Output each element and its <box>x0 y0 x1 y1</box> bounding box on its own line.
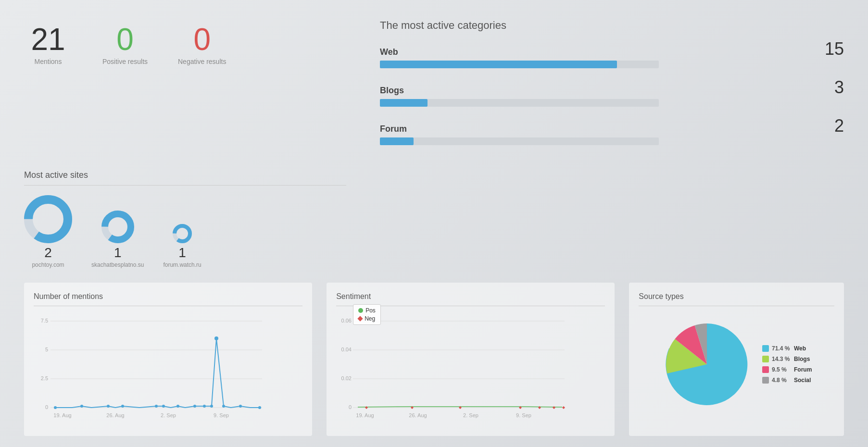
mentions-chart-divider <box>34 306 302 306</box>
bar-fill <box>380 99 428 107</box>
category-name: Forum <box>380 124 407 134</box>
category-row: Web 15 <box>380 40 844 68</box>
source-types-panel: Source types 71.4 % Web <box>629 283 844 436</box>
legend-color <box>762 356 769 362</box>
bar-fill <box>380 137 414 145</box>
svg-point-22 <box>203 405 206 408</box>
svg-point-24 <box>214 336 218 340</box>
sentiment-chart-area: 0.06 0.04 0.02 0 19. Aug <box>336 314 605 426</box>
svg-point-19 <box>162 405 165 408</box>
source-types-divider <box>639 306 834 306</box>
donut-svg <box>101 211 134 243</box>
source-types-title: Source types <box>639 292 834 301</box>
sentiment-pos-legend: Pos <box>358 307 376 314</box>
mentions-stat: 21 Mentions <box>24 24 72 156</box>
category-name: Blogs <box>380 86 404 96</box>
pos-label: Pos <box>365 307 376 314</box>
svg-point-26 <box>239 405 242 408</box>
sites-divider <box>24 185 346 186</box>
donut-svg <box>24 195 72 243</box>
category-header: Blogs 3 <box>380 79 844 96</box>
svg-point-25 <box>222 405 225 408</box>
sentiment-neg-legend: Neg <box>358 315 376 322</box>
legend-pct: 71.4 % <box>772 345 791 352</box>
svg-marker-46 <box>562 406 565 409</box>
svg-text:0.02: 0.02 <box>341 375 352 381</box>
site-name: skachatbesplatno.su <box>91 261 144 268</box>
pie-legend: 71.4 % Web 14.3 % Blogs 9.5 % Forum 4.8 … <box>762 345 812 384</box>
bar-fill <box>380 61 617 68</box>
legend-label: Forum <box>794 366 812 373</box>
svg-text:0: 0 <box>45 404 48 410</box>
site-name: forum.watch.ru <box>163 261 201 268</box>
svg-marker-40 <box>365 406 368 409</box>
mentions-chart-area: 7.5 5 2.5 0 <box>34 314 302 426</box>
category-header: Forum 2 <box>380 117 844 135</box>
svg-text:9. Sep: 9. Sep <box>214 412 229 418</box>
svg-text:0.06: 0.06 <box>341 318 352 323</box>
svg-text:26. Aug: 26. Aug <box>409 412 427 418</box>
svg-point-16 <box>107 405 110 408</box>
category-row: Forum 2 <box>380 117 844 145</box>
category-header: Web 15 <box>380 40 844 58</box>
mentions-value: 21 <box>24 24 72 55</box>
legend-label: Web <box>794 345 806 352</box>
pie-chart-svg <box>661 319 753 410</box>
positive-label: Positive results <box>101 58 149 65</box>
svg-point-14 <box>54 406 57 409</box>
pos-dot <box>358 308 363 313</box>
bar-track <box>380 137 659 145</box>
site-count: 1 <box>91 245 144 261</box>
svg-text:0: 0 <box>349 404 352 410</box>
neg-diamond <box>358 316 363 321</box>
negative-label: Negative results <box>178 58 226 65</box>
categories-title: The most active categories <box>380 19 844 32</box>
legend-pct: 14.3 % <box>772 356 791 362</box>
positive-stat: 0 Positive results <box>101 24 149 156</box>
mentions-chart-svg: 7.5 5 2.5 0 <box>34 314 264 424</box>
svg-text:19. Aug: 19. Aug <box>53 412 71 418</box>
bar-track <box>380 99 659 107</box>
site-count: 2 <box>24 245 72 261</box>
svg-point-18 <box>155 405 158 408</box>
mentions-label: Mentions <box>24 58 72 65</box>
svg-point-21 <box>193 405 196 408</box>
svg-point-23 <box>210 405 213 408</box>
site-item: 1 forum.watch.ru <box>163 224 201 268</box>
legend-color <box>762 377 769 384</box>
sites-section: Most active sites 2 pochtoy.com 1 skacha… <box>24 170 361 273</box>
positive-value: 0 <box>101 24 149 55</box>
site-item: 2 pochtoy.com <box>24 195 72 268</box>
svg-point-20 <box>176 405 179 408</box>
legend-pct: 4.8 % <box>772 377 791 384</box>
mentions-chart-panel: Number of mentions 7.5 5 2.5 0 <box>24 283 312 436</box>
legend-pct: 9.5 % <box>772 366 791 373</box>
top-section: 21 Mentions 0 Positive results 0 Negativ… <box>24 19 844 156</box>
neg-label: Neg <box>365 315 375 322</box>
negative-value: 0 <box>178 24 226 55</box>
legend-label: Social <box>794 377 811 384</box>
categories-list: Web 15 Blogs 3 Forum 2 <box>380 40 844 145</box>
svg-text:26. Aug: 26. Aug <box>106 412 124 418</box>
svg-text:7.5: 7.5 <box>41 318 48 323</box>
svg-text:5: 5 <box>45 347 48 352</box>
sites-row: 2 pochtoy.com 1 skachatbesplatno.su 1 fo… <box>24 195 346 273</box>
svg-text:2. Sep: 2. Sep <box>161 412 176 418</box>
middle-section: Most active sites 2 pochtoy.com 1 skacha… <box>24 170 844 273</box>
category-count: 15 <box>825 40 844 58</box>
donut-svg <box>173 224 192 243</box>
legend-color <box>762 345 769 352</box>
svg-text:2.5: 2.5 <box>41 375 48 381</box>
sites-title: Most active sites <box>24 170 346 180</box>
site-name: pochtoy.com <box>24 261 72 268</box>
category-name: Web <box>380 47 398 57</box>
svg-text:0.04: 0.04 <box>341 347 352 352</box>
legend-item: 14.3 % Blogs <box>762 356 812 362</box>
svg-point-27 <box>258 406 261 409</box>
sentiment-chart-panel: Sentiment Pos Neg 0.06 0.04 0.02 0 <box>327 283 615 436</box>
bar-track <box>380 61 659 68</box>
left-stats: 21 Mentions 0 Positive results 0 Negativ… <box>24 19 361 156</box>
categories-section: The most active categories Web 15 Blogs … <box>361 19 844 156</box>
category-count: 2 <box>834 117 844 135</box>
svg-point-15 <box>80 405 83 408</box>
